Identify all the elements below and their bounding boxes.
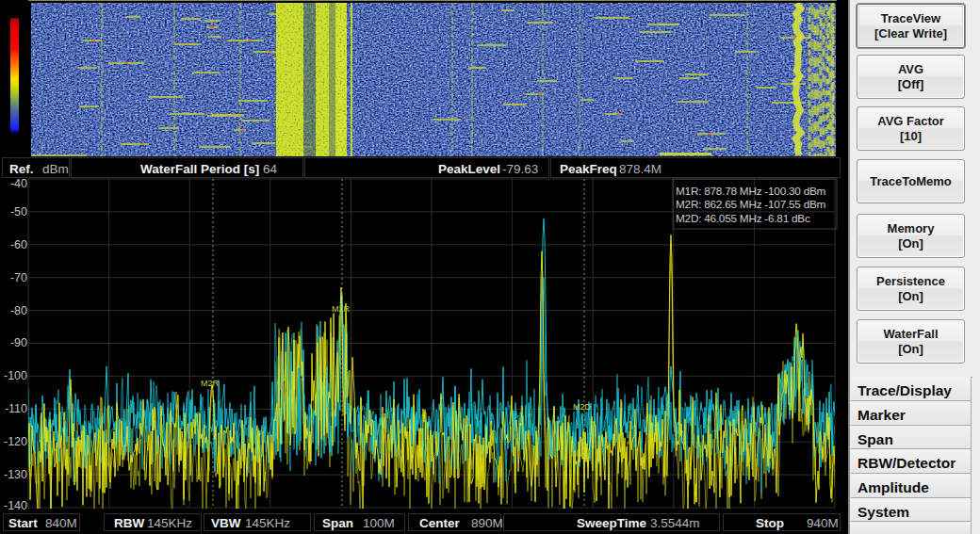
svg-text:-100: -100 — [4, 369, 27, 382]
svg-text:M2D: 46.055 MHz -6.81 dBc: M2D: 46.055 MHz -6.81 dBc — [676, 212, 810, 225]
svg-text:M1R: M1R — [332, 304, 351, 314]
svg-text:-70: -70 — [10, 271, 27, 284]
svg-text:-60: -60 — [10, 238, 27, 251]
svg-text:M2D: M2D — [573, 402, 592, 412]
svg-text:M2R: M2R — [201, 379, 220, 388]
svg-text:M2R: 862.65 MHz -107.55 dBm: M2R: 862.65 MHz -107.55 dBm — [676, 198, 826, 211]
svg-text:-50: -50 — [10, 205, 27, 218]
svg-text:-140: -140 — [4, 499, 27, 512]
svg-text:-110: -110 — [5, 402, 27, 415]
svg-text:-80: -80 — [10, 304, 27, 317]
svg-text:-120: -120 — [4, 435, 27, 448]
svg-text:M1R: 878.78 MHz -100.30 dBm: M1R: 878.78 MHz -100.30 dBm — [676, 185, 826, 198]
svg-text:-130: -130 — [4, 468, 27, 481]
svg-text:-40: -40 — [10, 177, 27, 190]
svg-text:-90: -90 — [10, 336, 27, 349]
